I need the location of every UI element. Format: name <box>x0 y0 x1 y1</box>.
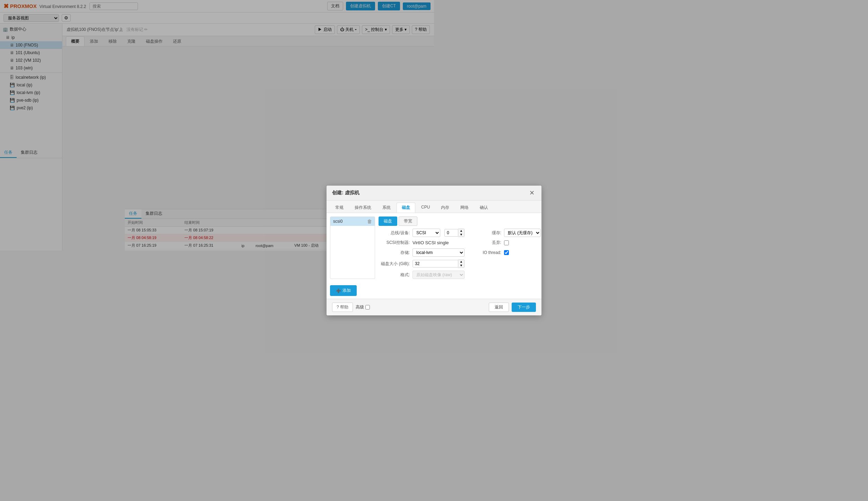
disk-subtabs: 磁盘 带宽 <box>379 216 434 226</box>
form-grid: 总线/设备: SCSI ▲ ▼ <box>379 229 434 250</box>
modal-tab-cpu[interactable]: CPU <box>416 203 434 213</box>
form-row-scsi-controller: SCSI控制器: VirtIO SCSI single <box>379 240 434 246</box>
disk-config: 磁盘 带宽 总线/设备: SCSI ▲ <box>379 216 434 250</box>
disk-subtab-bandwidth[interactable]: 带宽 <box>399 216 417 226</box>
modal-overlay: 创建: 虚拟机 ✕ 常规 操作系统 系统 磁盘 CPU 内存 网络 确认 scs… <box>0 0 434 250</box>
storage-label: 存储: <box>379 250 410 251</box>
modal-create-vm: 创建: 虚拟机 ✕ 常规 操作系统 系统 磁盘 CPU 内存 网络 确认 scs… <box>327 186 434 250</box>
form-row-storage: 存储: local-lvm <box>379 248 434 250</box>
disk-list: scsi0 🗑 <box>330 216 375 250</box>
form-row-bus: 总线/设备: SCSI ▲ ▼ <box>379 229 434 237</box>
disk-name-scsi0: scsi0 <box>333 219 342 224</box>
modal-body: scsi0 🗑 磁盘 带宽 总线/设备: SCSI <box>327 213 434 250</box>
bus-label: 总线/设备: <box>379 230 410 236</box>
scsi-controller-label: SCSI控制器: <box>379 240 410 246</box>
storage-select[interactable]: local-lvm <box>413 248 434 250</box>
modal-tab-os[interactable]: 操作系统 <box>349 203 376 213</box>
modal-title: 创建: 虚拟机 <box>332 190 434 196</box>
disk-delete-icon[interactable]: 🗑 <box>367 219 372 224</box>
disk-subtab-disk[interactable]: 磁盘 <box>379 216 397 226</box>
modal-tab-disk[interactable]: 磁盘 <box>397 203 415 213</box>
modal-tab-system[interactable]: 系统 <box>377 203 396 213</box>
bus-select[interactable]: SCSI <box>413 229 434 237</box>
disk-list-item-scsi0[interactable]: scsi0 🗑 <box>330 217 375 226</box>
modal-tab-general[interactable]: 常规 <box>330 203 349 213</box>
scsi-controller-value: VirtIO SCSI single <box>413 240 434 245</box>
modal-header: 创建: 虚拟机 ✕ <box>327 186 434 201</box>
modal-tabs: 常规 操作系统 系统 磁盘 CPU 内存 网络 确认 <box>327 201 434 213</box>
